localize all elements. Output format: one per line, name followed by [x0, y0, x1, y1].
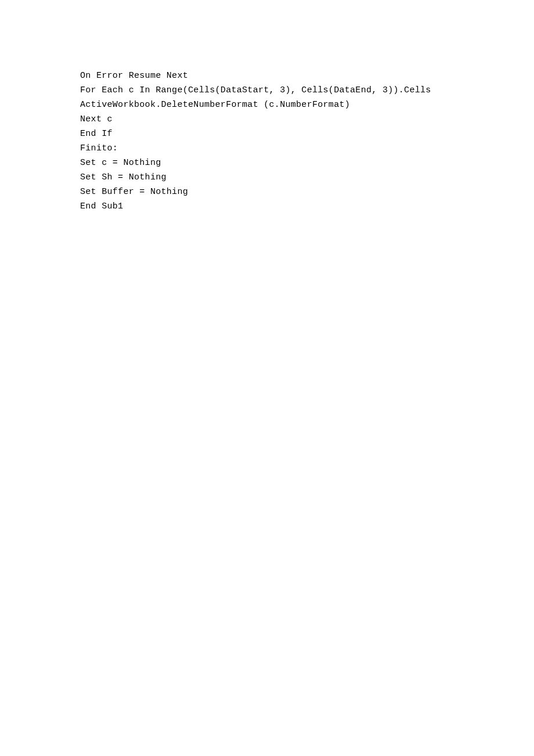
code-line: For Each c In Range(Cells(DataStart, 3),…	[80, 83, 534, 98]
code-line: End If	[80, 127, 534, 141]
code-line: Set c = Nothing	[80, 156, 534, 170]
code-block: On Error Resume Next For Each c In Range…	[80, 69, 534, 214]
code-line: On Error Resume Next	[80, 69, 534, 83]
code-line: Next c	[80, 112, 534, 127]
code-line: Set Sh = Nothing	[80, 170, 534, 185]
code-line: End Sub1	[80, 199, 534, 214]
code-line: ActiveWorkbook.DeleteNumberFormat (c.Num…	[80, 98, 534, 112]
code-line: Set Buffer = Nothing	[80, 185, 534, 199]
code-line: Finito:	[80, 141, 534, 156]
